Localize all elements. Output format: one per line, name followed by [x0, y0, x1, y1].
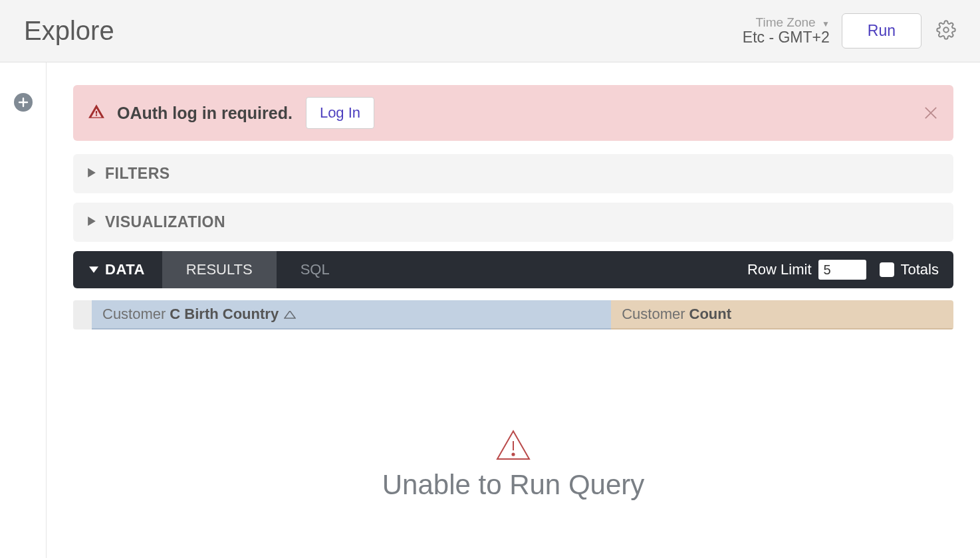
totals-checkbox[interactable] — [880, 262, 894, 277]
alert-close-button[interactable] — [921, 104, 940, 122]
data-bar-right: Row Limit Totals — [747, 251, 953, 288]
tab-results[interactable]: RESULTS — [162, 251, 277, 288]
totals-label: Totals — [901, 261, 939, 278]
svg-point-0 — [943, 27, 949, 33]
data-bar: DATA RESULTS SQL Row Limit Totals — [73, 251, 953, 288]
top-bar-right: Time Zone ▼ Etc - GMT+2 Run — [743, 13, 959, 48]
main-content: OAuth log in required. Log In FILTERS VI… — [47, 62, 980, 558]
column-headers: Customer C Birth Country Customer Count — [73, 300, 953, 329]
warning-outline-icon — [73, 429, 953, 464]
caret-down-icon — [89, 264, 98, 276]
empty-message: Unable to Run Query — [73, 469, 953, 501]
add-button[interactable] — [14, 93, 33, 112]
row-gutter — [73, 300, 92, 329]
tab-sql[interactable]: SQL — [277, 251, 354, 288]
sort-asc-icon — [284, 306, 296, 323]
visualization-label: VISUALIZATION — [105, 213, 225, 231]
left-rail — [0, 62, 47, 558]
dimension-column-header[interactable]: Customer C Birth Country — [92, 300, 611, 329]
filters-panel-header[interactable]: FILTERS — [73, 154, 953, 193]
caret-right-icon — [88, 168, 96, 180]
login-button[interactable]: Log In — [306, 97, 374, 129]
settings-button[interactable] — [933, 17, 959, 45]
measure-field: Count — [689, 306, 732, 323]
visualization-panel-header[interactable]: VISUALIZATION — [73, 203, 953, 242]
alert-message: OAuth log in required. — [117, 104, 293, 123]
timezone-value: Etc - GMT+2 — [743, 29, 830, 46]
data-label: DATA — [105, 261, 145, 278]
run-button[interactable]: Run — [842, 13, 921, 48]
caret-right-icon — [88, 217, 96, 229]
svg-point-2 — [512, 453, 514, 455]
close-icon — [921, 104, 940, 122]
page-title: Explore — [24, 16, 114, 46]
timezone-label: Time Zone ▼ — [743, 15, 830, 30]
plus-icon — [18, 97, 29, 108]
warning-icon — [88, 103, 105, 123]
oauth-alert: OAuth log in required. Log In — [73, 85, 953, 141]
gear-icon — [936, 20, 956, 40]
row-limit-label: Row Limit — [747, 261, 812, 278]
row-limit-input[interactable] — [818, 260, 866, 280]
data-panel-toggle[interactable]: DATA — [73, 251, 162, 288]
body: OAuth log in required. Log In FILTERS VI… — [0, 62, 980, 558]
dimension-prefix: Customer — [102, 306, 166, 323]
top-bar: Explore Time Zone ▼ Etc - GMT+2 Run — [0, 0, 980, 62]
measure-prefix: Customer — [622, 306, 685, 323]
empty-state: Unable to Run Query — [73, 429, 953, 501]
dimension-field: C Birth Country — [170, 306, 279, 323]
timezone-label-text: Time Zone — [756, 15, 816, 29]
chevron-down-icon: ▼ — [822, 19, 830, 29]
timezone-selector[interactable]: Time Zone ▼ Etc - GMT+2 — [743, 15, 830, 46]
filters-label: FILTERS — [105, 165, 170, 183]
measure-column-header[interactable]: Customer Count — [611, 300, 953, 329]
